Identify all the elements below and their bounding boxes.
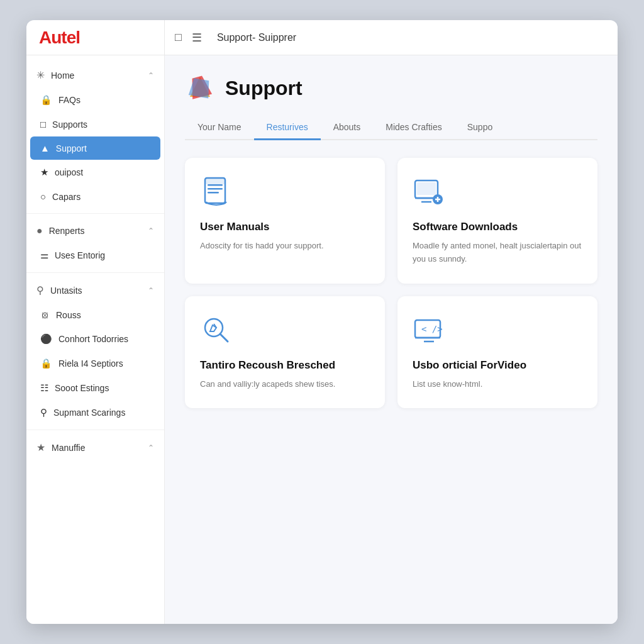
circle-icon: ○ [40,191,46,202]
svg-line-16 [220,334,228,341]
card-software-downloads-title: Software Downloads [413,221,582,233]
main-layout: ✳ Home ⌃ 🔒 FAQs □ Supports ▲ Support [26,55,618,624]
tab-resturives[interactable]: Resturives [254,116,321,140]
sidebar-item-capars[interactable]: ○ Capars [30,185,160,208]
lock2-icon: 🔒 [40,358,52,369]
card-tantiro-desc: Can and valliy:ly acapeds shew tises. [200,378,370,391]
sidebar-item-uses-entorig[interactable]: ⚌ Uses Entorig [30,243,160,267]
sidebar: ✳ Home ⌃ 🔒 FAQs □ Supports ▲ Support [26,55,165,624]
logo-area: Autel [26,20,165,55]
card-software-downloads-desc: Moadle fy anted monel, healt juscialerta… [413,240,582,266]
card-user-manuals-desc: Adoscity for tis hadd your support. [200,240,370,253]
card-user-manuals[interactable]: User Manuals Adoscity for tis hadd your … [185,158,385,284]
sidebar-section-untasits[interactable]: ⚲ Untasits ⌃ [26,278,164,303]
location-icon: ● [36,225,43,236]
sidebar-item-faqs[interactable]: 🔒 FAQs [30,88,160,112]
sidebar-sooot-label: Sooot Estings [55,383,109,393]
chevron-up-icon: ⌃ [148,71,154,80]
chevron-up-icon-4: ⌃ [148,443,154,452]
sidebar-uses-entorig-label: Uses Entorig [55,250,105,260]
chat-icon[interactable]: □ [175,31,182,44]
card-tantiro-title: Tantiro Recoush Bresched [200,359,370,372]
svg-rect-4 [208,184,223,186]
page-title: Support [225,77,303,100]
x-circle-icon: ⦻ [40,309,50,320]
content-area: Support Your Name Resturives Abouts Mide… [165,55,618,624]
page-header: Support [185,73,597,103]
sidebar-item-support[interactable]: ▲ Support [30,136,160,160]
sidebar-item-ouipost[interactable]: ★ ouipost [30,160,160,184]
sidebar-capars-label: Capars [52,192,80,202]
tabs-bar: Your Name Resturives Abouts Mides Crafti… [185,116,597,140]
card-software-downloads[interactable]: Software Downloads Moadle fy anted monel… [397,158,597,284]
svg-text:< />: < /> [421,324,443,334]
card-usbo-desc: List use know-html. [413,378,582,391]
cards-grid: User Manuals Adoscity for tis hadd your … [185,158,597,408]
person-icon: ▲ [40,143,50,153]
search-icon: ⚲ [36,284,44,296]
card-tantiro-icon [200,314,370,349]
app-window: Autel □ ☰ Support- Suipprer ✳ Home ⌃ 🔒 F… [26,20,618,624]
divider-2 [26,272,164,273]
sidebar-support-label: Support [56,143,87,153]
sidebar-item-conhort[interactable]: ⚫ Conhort Todorries [30,327,160,351]
sidebar-conhort-label: Conhort Todorries [58,334,128,344]
tab-mides-crafties[interactable]: Mides Crafties [373,116,454,140]
topbar-title: Support- Suipprer [212,32,296,43]
sidebar-section-renperts[interactable]: ● Renperts ⌃ [26,219,164,243]
sidebar-rouss-label: Rouss [56,310,81,320]
card-user-manuals-icon [200,175,370,211]
divider-3 [26,430,164,430]
card-software-downloads-icon [413,175,582,211]
card-usbo-forvideo[interactable]: < /> Usbo orticial ForVideo List use kno… [397,296,597,409]
edit-icon: □ [40,119,46,130]
star2-icon: ★ [36,441,45,453]
divider-1 [26,213,164,214]
sidebar-home-label: Home [51,70,74,80]
card-user-manuals-title: User Manuals [200,221,370,233]
globe-icon: ⚫ [40,333,52,345]
tab-your-name[interactable]: Your Name [185,116,254,140]
layers-icon: ⚌ [40,250,48,261]
sidebar-untasits-label: Untasits [50,286,82,296]
card-tantiro-recoush[interactable]: Tantiro Recoush Bresched Can and valliy:… [185,296,385,409]
sidebar-manuffie-label: Manuffie [52,443,85,453]
page-logo [185,73,215,103]
sidebar-item-supmant[interactable]: ⚲ Supmant Scarings [30,401,160,425]
sidebar-riela-label: Riela I4 Septiors [58,358,123,369]
card-usbo-title: Usbo orticial ForVideo [413,359,582,372]
sidebar-faqs-label: FAQs [58,95,80,105]
svg-marker-2 [189,77,211,98]
sidebar-item-supports[interactable]: □ Supports [30,113,160,136]
chevron-up-icon-3: ⌃ [148,286,154,295]
sidebar-section-home[interactable]: ✳ Home ⌃ [26,63,164,87]
sidebar-renperts-label: Renperts [49,226,85,236]
tab-suppo[interactable]: Suppo [455,116,505,140]
share-icon: ⚲ [40,407,47,418]
logo-text: Autel [39,28,80,48]
sidebar-section-manuffie[interactable]: ★ Manuffie ⌃ [26,435,164,460]
svg-rect-6 [208,192,219,194]
menu-icon[interactable]: ☰ [192,31,202,45]
sidebar-supmant-label: Supmant Scarings [53,408,125,418]
tab-abouts[interactable]: Abouts [321,116,374,140]
sidebar-supports-label: Supports [52,119,87,130]
lock-icon: 🔒 [40,94,52,106]
home-icon: ✳ [36,69,45,81]
sidebar-item-sooot[interactable]: ☷ Sooot Estings [30,376,160,400]
topbar-icons: □ ☰ [165,31,212,45]
topbar: Autel □ ☰ Support- Suipprer [26,20,618,55]
svg-rect-5 [208,188,223,190]
grid-icon: ☷ [40,382,48,394]
sidebar-ouipost-label: ouipost [55,167,83,177]
sidebar-item-rouss[interactable]: ⦻ Rouss [30,303,160,326]
svg-rect-9 [417,182,436,195]
sidebar-item-riela[interactable]: 🔒 Riela I4 Septiors [30,352,160,375]
chevron-up-icon-2: ⌃ [148,226,154,235]
svg-rect-7 [205,178,225,184]
star-icon: ★ [40,167,48,178]
card-usbo-icon: < /> [413,314,582,349]
